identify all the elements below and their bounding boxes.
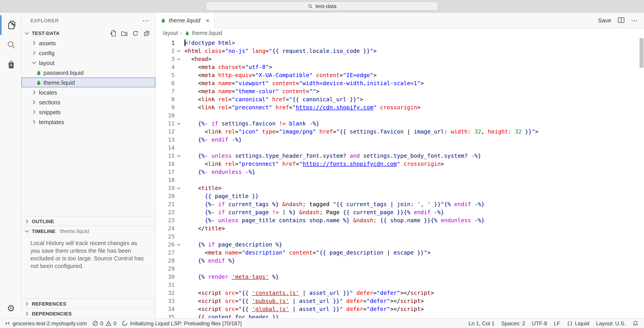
code-text: <html class="no-js" lang="{{ request.loc… [183, 47, 377, 55]
code-line-5[interactable]: 5 <meta http-equiv="X-UA-Compatible" con… [156, 71, 644, 79]
close-icon[interactable]: × [206, 17, 210, 24]
code-line-10[interactable]: 10 [156, 112, 644, 120]
chevron-right-icon [23, 310, 30, 316]
breadcrumb-folder[interactable]: layout [163, 30, 178, 36]
code-line-25[interactable]: 25 [156, 233, 644, 241]
code-text: <meta http-equiv="X-UA-Compatible" conte… [183, 71, 377, 79]
tree-item-theme-liquid[interactable]: theme.liquid [22, 78, 156, 87]
code-line-13[interactable]: 13 {%- endif -%} [156, 136, 644, 144]
code-line-19[interactable]: 19 <title> [156, 184, 644, 192]
code-text: {{ page_title }} [183, 192, 259, 200]
references-title: REFERENCES [32, 301, 66, 306]
tree-item-layout[interactable]: layout [22, 58, 156, 68]
explorer-more-actions-icon[interactable]: ⋯ [142, 17, 149, 24]
code-line-18[interactable]: 18 [156, 176, 644, 184]
code-line-33[interactable]: 33 <script src="{{ 'pubsub.js' | asset_u… [156, 297, 644, 305]
code-line-24[interactable]: 24 </title> [156, 224, 644, 233]
code-line-7[interactable]: 7 <meta name="theme-color" content=""> [156, 87, 644, 95]
code-line-2[interactable]: 2<html class="no-js" lang="{{ request.lo… [156, 47, 644, 55]
tree-item-locales[interactable]: locales [22, 87, 156, 97]
code-line-27[interactable]: 27 <meta name="description" content="{{ … [156, 249, 644, 257]
code-line-15[interactable]: 15 {%- unless settings.type_header_font.… [156, 152, 644, 160]
code-line-23[interactable]: 23 {%- unless page_title contains shop.n… [156, 216, 644, 224]
refresh-icon[interactable] [132, 30, 139, 37]
code-line-4[interactable]: 4 <meta charset="utf-8"> [156, 63, 644, 71]
code-line-30[interactable]: 30 {% render 'meta-tags' %} [156, 273, 644, 281]
fold-chevron-down-icon[interactable] [175, 241, 183, 249]
line-number: 13 [156, 136, 175, 144]
shopify-bag-icon: S [6, 60, 16, 70]
breadcrumb-file[interactable]: theme.liquid [192, 30, 222, 36]
tree-item-sections[interactable]: sections [22, 97, 156, 107]
fold-chevron-down-icon[interactable] [175, 47, 183, 55]
search-activity-button[interactable] [0, 35, 21, 55]
tree-item-assets[interactable]: assets [22, 38, 156, 48]
language-mode-status[interactable]: {} Liquid [567, 320, 589, 326]
indentation-status[interactable]: Spaces: 2 [501, 320, 525, 326]
fold-gutter [175, 136, 183, 144]
code-line-22[interactable]: 22 {%- if current_page != 1 %} &ndash; P… [156, 208, 644, 216]
code-line-28[interactable]: 28 {% endif %} [156, 257, 644, 265]
outline-section-header[interactable]: OUTLINE [22, 216, 156, 226]
new-file-icon[interactable] [110, 30, 116, 37]
command-center-search[interactable]: test-data [206, 1, 438, 11]
explorer-activity-button[interactable] [0, 15, 21, 35]
collapse-all-icon[interactable] [143, 30, 150, 37]
scrollbar-thumb[interactable] [640, 38, 644, 68]
code-line-34[interactable]: 34 <script src="{{ 'global.js' | asset_u… [156, 305, 644, 313]
vscode-window: test-data [0, 0, 644, 328]
tree-item-config[interactable]: config [22, 48, 156, 58]
code-line-9[interactable]: 9 <link rel="preconnect" href="https://c… [156, 104, 644, 112]
tree-item-password-liquid[interactable]: password.liquid [22, 68, 156, 78]
code-line-14[interactable]: 14 [156, 144, 644, 152]
timeline-section-header[interactable]: TIMELINE theme.liquid [22, 226, 156, 236]
save-button[interactable]: Save [598, 17, 611, 24]
line-number: 2 [156, 47, 175, 55]
code-line-35[interactable]: 35 {{ content_for_header }} [156, 313, 644, 318]
tab-theme-liquid[interactable]: theme.liquid × [156, 13, 214, 28]
lsp-progress-status[interactable]: Initializing Liquid LSP: Preloading file… [122, 320, 242, 326]
encoding-status[interactable]: UTF-8 [532, 320, 547, 326]
code-line-16[interactable]: 16 <link rel="preconnect" href="https://… [156, 160, 644, 168]
new-folder-icon[interactable] [121, 30, 128, 37]
code-line-21[interactable]: 21 {%- if current_tags %} &ndash; tagged… [156, 200, 644, 208]
code-line-11[interactable]: 11 {%- if settings.favicon != blank -%} [156, 120, 644, 128]
code-line-31[interactable]: 31 [156, 281, 644, 289]
tree-item-snippets[interactable]: snippets [22, 107, 156, 117]
fold-chevron-down-icon[interactable] [175, 55, 183, 63]
project-name: TEST-DATA [32, 31, 60, 36]
project-root-row[interactable]: TEST-DATA [22, 28, 156, 38]
code-line-3[interactable]: 3 <head> [156, 55, 644, 63]
code-line-29[interactable]: 29 [156, 265, 644, 273]
editor-more-actions-icon[interactable]: ⋯ [631, 17, 638, 24]
fold-chevron-down-icon[interactable] [175, 184, 183, 192]
code-line-8[interactable]: 8 <link rel="canonical" href="{{ canonic… [156, 95, 644, 104]
line-number: 8 [156, 95, 175, 104]
store-status[interactable]: groceries-test-2.myshopify.com [4, 320, 87, 326]
shopify-activity-button[interactable]: S [0, 55, 21, 74]
code-text [183, 265, 184, 273]
fold-gutter [175, 289, 183, 297]
keyboard-layout-status[interactable]: Layout: U.S. [596, 320, 626, 326]
tree-item-templates[interactable]: templates [22, 117, 156, 127]
code-area[interactable]: 1<!doctype html>2<html class="no-js" lan… [156, 38, 644, 318]
cursor-position-status[interactable]: Ln 1, Col 1 [468, 320, 494, 326]
fold-chevron-down-icon[interactable] [175, 152, 183, 160]
code-line-26[interactable]: 26 {% if page_description %} [156, 241, 644, 249]
fold-chevron-down-icon[interactable] [175, 120, 183, 128]
code-line-1[interactable]: 1<!doctype html> [156, 39, 644, 47]
eol-status[interactable]: LF [554, 320, 560, 326]
split-editor-icon[interactable] [618, 17, 625, 24]
dependencies-section-header[interactable]: DEPENDENCIES [22, 308, 156, 318]
code-line-6[interactable]: 6 <meta name="viewport" content="width=d… [156, 79, 644, 87]
settings-button[interactable]: ⚙ [0, 298, 21, 318]
problems-status[interactable]: 0 0 [92, 320, 117, 326]
references-section-header[interactable]: REFERENCES [22, 298, 156, 308]
line-number: 26 [156, 241, 175, 249]
code-line-20[interactable]: 20 {{ page_title }} [156, 192, 644, 200]
bell-icon[interactable] [632, 320, 639, 326]
line-number: 31 [156, 281, 175, 289]
code-line-12[interactable]: 12 <link rel="icon" type="image/png" hre… [156, 128, 644, 136]
code-line-32[interactable]: 32 <script src="{{ 'constants.js' | asse… [156, 289, 644, 297]
code-line-17[interactable]: 17 {%- endunless -%} [156, 168, 644, 176]
